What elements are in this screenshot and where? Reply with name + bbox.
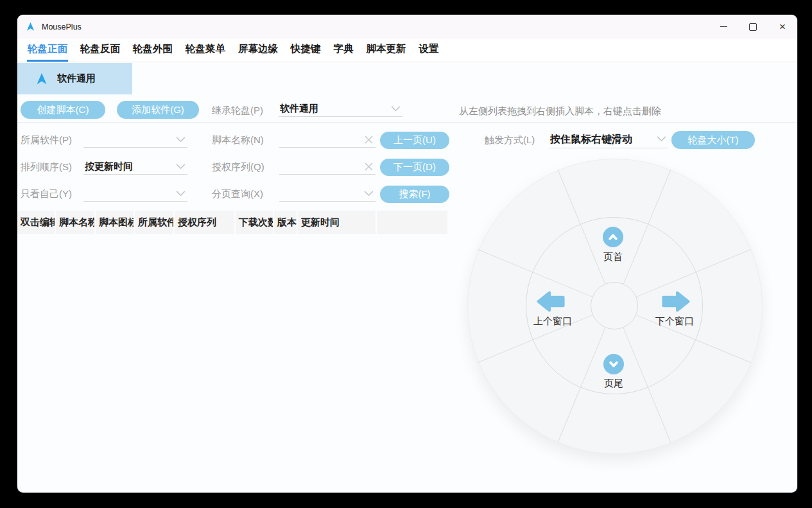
col-filler [377, 211, 449, 234]
only-mine-label: 只看自己(Y) [21, 188, 72, 200]
script-name-input[interactable] [279, 132, 376, 148]
sort-order-label: 排列顺序(S) [21, 161, 72, 173]
wheel-list-item-label: 软件通用 [57, 73, 96, 85]
next-page-button[interactable]: 下一页(D) [380, 159, 449, 176]
auth-serial-label: 授权序列(Q) [212, 161, 264, 173]
wheel-center-circle [591, 282, 638, 329]
app-logo-icon [26, 22, 35, 31]
chevron-down-icon [391, 106, 401, 112]
minimize-icon [720, 26, 727, 27]
inherit-wheel-value: 软件通用 [280, 103, 318, 115]
trigger-mode-value: 按住鼠标右键滑动 [550, 133, 632, 146]
chevron-down-icon [176, 137, 186, 143]
tab-dictionary[interactable]: 字典 [333, 39, 354, 62]
sort-order-value: 按更新时间 [85, 161, 133, 173]
trigger-mode-select[interactable]: 按住鼠标右键滑动 [549, 131, 668, 148]
col-owner-software[interactable]: 所属软件 [135, 211, 175, 234]
close-icon: × [779, 21, 786, 32]
trigger-mode-label: 触发方式(L) [485, 134, 535, 146]
clear-icon[interactable] [365, 136, 373, 144]
auth-serial-input[interactable] [279, 159, 376, 175]
sort-order-select[interactable]: 按更新时间 [83, 159, 187, 175]
page-query-label: 分页查询(X) [212, 188, 263, 200]
col-script-name[interactable]: 脚本名称 [56, 211, 96, 234]
wheel-sector-left-label[interactable]: 上个窗口 [527, 315, 578, 328]
inherit-wheel-select[interactable]: 软件通用 [279, 101, 402, 117]
drag-hint-text: 从左侧列表拖拽到右侧插入脚本，右键点击删除 [459, 105, 661, 118]
wheel-preview: 页首 上个窗口 下个窗口 页尾 [467, 159, 763, 454]
arrow-right-icon[interactable] [661, 290, 691, 316]
col-download-count[interactable]: 下载次数 [236, 211, 274, 234]
wheel-sector-right-label[interactable]: 下个窗口 [649, 315, 700, 328]
col-version[interactable]: 版本 [274, 211, 298, 234]
col-auth-serial[interactable]: 授权序列 [175, 211, 236, 234]
prev-page-button[interactable]: 上一页(U) [380, 132, 449, 149]
create-script-button[interactable]: 创建脚本(C) [21, 101, 105, 119]
arrow-left-icon[interactable] [536, 290, 566, 316]
maximize-button[interactable] [738, 15, 768, 39]
tab-hotkeys[interactable]: 快捷键 [290, 39, 322, 62]
wheel-sector-top-label[interactable]: 页首 [594, 251, 632, 263]
chevron-down-icon [657, 136, 666, 142]
script-table-header: 双击编辑 脚本名称 脚本图标 所属软件 授权序列 下载次数 版本 更新时间 [17, 211, 449, 234]
wheel-size-button[interactable]: 轮盘大小(T) [671, 131, 755, 149]
col-double-click-edit[interactable]: 双击编辑 [17, 211, 56, 234]
inherit-wheel-label: 继承轮盘(P) [212, 105, 263, 117]
chevron-down-circle-icon[interactable] [603, 354, 624, 374]
col-script-icon[interactable]: 脚本图标 [96, 211, 135, 234]
wheel-list-item-selected[interactable]: 软件通用 [17, 63, 132, 94]
close-button[interactable]: × [768, 15, 797, 39]
tab-wheel-back[interactable]: 轮盘反面 [80, 39, 121, 62]
wheel-sector-bottom-label[interactable]: 页尾 [594, 378, 633, 390]
toolbar-divider [17, 122, 797, 123]
chevron-down-icon [364, 191, 374, 197]
owner-software-select[interactable] [83, 132, 187, 148]
window-controls: × [709, 15, 797, 39]
titlebar: MousePlus × [17, 15, 797, 39]
tab-screen-edge[interactable]: 屏幕边缘 [238, 39, 279, 62]
tab-wheel-menu[interactable]: 轮盘菜单 [185, 39, 226, 62]
clear-icon[interactable] [365, 162, 373, 171]
only-mine-select[interactable] [83, 186, 187, 202]
chevron-down-icon [176, 191, 186, 197]
app-title: MousePlus [42, 22, 82, 31]
script-name-label: 脚本名称(N) [212, 134, 264, 146]
tab-wheel-front[interactable]: 轮盘正面 [27, 39, 68, 62]
tab-script-update[interactable]: 脚本更新 [366, 39, 407, 62]
maximize-icon [749, 23, 757, 31]
add-software-button[interactable]: 添加软件(G) [117, 101, 199, 119]
cursor-triangle-icon [35, 73, 48, 85]
search-button[interactable]: 搜索(F) [380, 186, 449, 203]
chevron-up-circle-icon[interactable] [603, 227, 623, 247]
tab-bar: 轮盘正面 轮盘反面 轮盘外围 轮盘菜单 屏幕边缘 快捷键 字典 脚本更新 设置 [17, 39, 797, 62]
tab-wheel-outer[interactable]: 轮盘外围 [132, 39, 173, 62]
page-query-select[interactable] [279, 186, 376, 202]
app-window: MousePlus × 轮盘正面 轮盘反面 轮盘外围 轮盘菜单 屏幕边缘 快捷键… [17, 15, 797, 493]
col-update-time[interactable]: 更新时间 [298, 211, 377, 234]
tab-settings[interactable]: 设置 [419, 39, 440, 62]
minimize-button[interactable] [709, 15, 738, 39]
chevron-down-icon [176, 164, 186, 170]
owner-software-label: 所属软件(P) [21, 134, 72, 146]
